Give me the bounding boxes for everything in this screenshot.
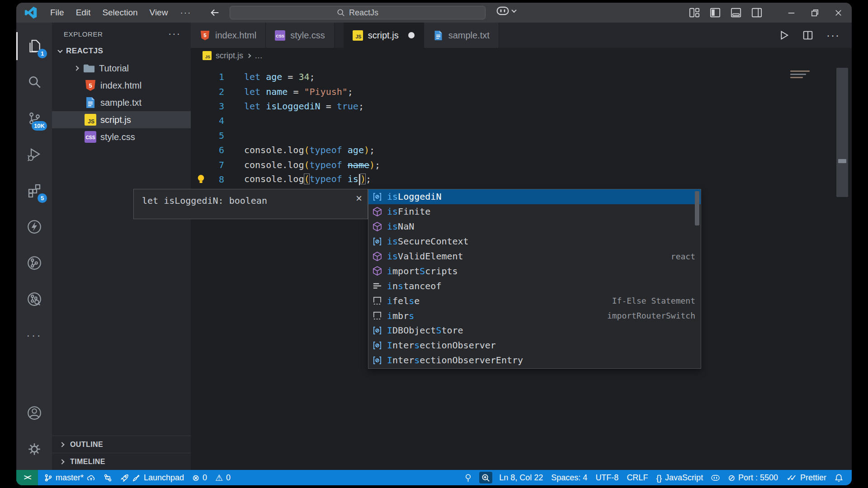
toggle-secondary-sidebar-icon[interactable] bbox=[751, 7, 762, 18]
activity-more[interactable]: ··· bbox=[16, 317, 52, 353]
suggest-item-IntersectionObserver[interactable]: IntersectionObserver bbox=[368, 338, 701, 353]
tab-label: sample.txt bbox=[448, 30, 490, 41]
lightbulb-icon[interactable] bbox=[196, 174, 206, 185]
layout-controls bbox=[689, 3, 762, 23]
activity-git-history[interactable] bbox=[16, 281, 52, 317]
activity-git-graph[interactable] bbox=[16, 245, 52, 281]
status-cursor-position[interactable]: Ln 8, Col 22 bbox=[495, 470, 547, 485]
remote-indicator[interactable]: >< bbox=[16, 470, 38, 485]
status-label: JavaScript bbox=[665, 473, 703, 483]
status-indentation[interactable]: Spaces: 4 bbox=[547, 470, 591, 485]
tree-root-reactjs[interactable]: REACTJS bbox=[52, 42, 191, 60]
status-prettier[interactable]: ✓✓Prettier bbox=[782, 470, 830, 485]
panel-outline[interactable]: OUTLINE bbox=[52, 436, 191, 453]
method-kind-icon bbox=[372, 266, 382, 276]
svg-text:5: 5 bbox=[89, 82, 92, 89]
status-encoding[interactable]: UTF-8 bbox=[591, 470, 623, 485]
activity-run-debug[interactable] bbox=[16, 136, 52, 173]
copilot-menu[interactable] bbox=[496, 6, 516, 15]
suggest-item-isFinite[interactable]: isFinite bbox=[368, 204, 701, 219]
tree-item-script-js[interactable]: JSscript.js bbox=[52, 111, 191, 128]
tree-item-Tutorial[interactable]: Tutorial bbox=[52, 60, 191, 77]
status-notifications[interactable] bbox=[830, 470, 847, 485]
tree-item-label: sample.txt bbox=[100, 98, 142, 108]
tree-item-style-css[interactable]: CSSstyle.css bbox=[52, 128, 191, 145]
suggest-scrollbar[interactable] bbox=[695, 191, 699, 225]
status-eol[interactable]: CRLF bbox=[623, 470, 652, 485]
suggest-details-panel: let isLoggediN: boolean × bbox=[133, 189, 368, 219]
title-bar: FileEditSelectionView ··· ReactJs bbox=[16, 3, 852, 23]
menu-edit[interactable]: Edit bbox=[70, 3, 97, 23]
suggest-item-isLoggediN[interactable]: isLoggediN bbox=[368, 189, 701, 204]
suggest-item-IntersectionObserverEntry[interactable]: IntersectionObserverEntry bbox=[368, 353, 701, 368]
run-code-button[interactable] bbox=[778, 29, 789, 41]
close-icon[interactable]: × bbox=[356, 192, 362, 205]
breadcrumb-symbol[interactable]: … bbox=[255, 51, 263, 61]
menu-file[interactable]: File bbox=[44, 3, 70, 23]
editor-more-button[interactable]: ··· bbox=[826, 33, 840, 37]
menu-more-button[interactable]: ··· bbox=[174, 8, 198, 18]
restore-button[interactable] bbox=[803, 3, 826, 23]
activity-extensions[interactable]: 5 bbox=[16, 173, 52, 209]
code-line: 1let age = 34; bbox=[191, 70, 797, 84]
activity-account[interactable] bbox=[16, 395, 52, 431]
suggest-item-importScripts[interactable]: importScripts bbox=[368, 263, 701, 278]
menu-selection[interactable]: Selection bbox=[96, 3, 143, 23]
activity-search[interactable] bbox=[16, 64, 52, 100]
explorer-more-button[interactable]: ··· bbox=[168, 32, 181, 36]
rocket2-icon bbox=[132, 474, 141, 482]
suggest-item-imbrs[interactable]: imbrsimportRouterSwitch bbox=[368, 308, 701, 323]
activity-source-control[interactable]: 10K bbox=[16, 100, 52, 136]
tab-script-js[interactable]: JSscript.js bbox=[344, 23, 424, 48]
command-center-search[interactable]: ReactJs bbox=[230, 6, 486, 19]
customize-layout-icon[interactable] bbox=[689, 7, 700, 18]
status-git-compare[interactable] bbox=[99, 470, 116, 485]
suggest-label: imbrs bbox=[387, 310, 414, 321]
activity-bar: 110K5··· bbox=[16, 23, 52, 470]
toggle-sidebar-icon[interactable] bbox=[710, 7, 721, 18]
breadcrumb-file[interactable]: script.js bbox=[216, 51, 243, 61]
tab-sample-txt[interactable]: sample.txt bbox=[424, 23, 499, 48]
status-launchpad[interactable]: Launchpad bbox=[116, 470, 188, 485]
code-lines: 1let age = 34;2let name = "Piyush";3let … bbox=[191, 70, 797, 187]
suggest-label: isFinite bbox=[387, 206, 430, 217]
suggest-item-IDBObjectStore[interactable]: IDBObjectStore bbox=[368, 323, 701, 338]
variable-kind-icon bbox=[372, 236, 382, 247]
back-arrow-icon[interactable] bbox=[209, 7, 220, 18]
status-label: 0 bbox=[203, 473, 207, 483]
status-zoom-indicator[interactable] bbox=[479, 472, 492, 483]
js-file-icon: JS bbox=[353, 30, 363, 41]
minimap[interactable] bbox=[790, 70, 813, 80]
suggest-item-isSecureContext[interactable]: isSecureContext bbox=[368, 234, 701, 249]
suggest-item-instanceof[interactable]: instanceof bbox=[368, 278, 701, 293]
status-warnings[interactable]: ⚠0 bbox=[211, 470, 235, 485]
status-copilot-status[interactable] bbox=[707, 470, 724, 485]
activity-settings[interactable] bbox=[16, 431, 52, 467]
close-button[interactable] bbox=[826, 3, 850, 23]
editor-scrollbar[interactable] bbox=[836, 68, 848, 197]
code-line: 8console.log(typeof is); bbox=[191, 172, 797, 187]
split-editor-button[interactable] bbox=[802, 29, 814, 41]
status-language-mode[interactable]: {}JavaScript bbox=[652, 470, 707, 485]
suggest-item-isNaN[interactable]: isNaN bbox=[368, 219, 701, 234]
tab-index-html[interactable]: 5index.html bbox=[191, 23, 266, 48]
tree-item-index-html[interactable]: 5index.html bbox=[52, 77, 191, 94]
panel-timeline[interactable]: TIMELINE bbox=[52, 453, 191, 470]
status-git-branch[interactable]: master* bbox=[40, 470, 99, 485]
variable-kind-icon bbox=[372, 355, 382, 366]
suggest-item-ifelse[interactable]: ifelseIf-Else Statement bbox=[368, 293, 701, 308]
tab-style-css[interactable]: CSSstyle.css bbox=[266, 23, 335, 48]
tree-item-sample-txt[interactable]: sample.txt bbox=[52, 94, 191, 111]
activity-thunder-client[interactable] bbox=[16, 209, 52, 245]
activity-explorer[interactable]: 1 bbox=[16, 28, 52, 64]
suggest-item-isValidElement[interactable]: isValidElementreact bbox=[368, 249, 701, 264]
toggle-panel-icon[interactable] bbox=[731, 7, 741, 18]
lightning-icon bbox=[27, 219, 42, 235]
menu-view[interactable]: View bbox=[144, 3, 174, 23]
status-plug-indicator[interactable] bbox=[460, 470, 476, 485]
status-live-server-port[interactable]: ⊘Port : 5500 bbox=[724, 470, 782, 485]
status-errors[interactable]: ⊗0 bbox=[188, 470, 211, 485]
compare-icon bbox=[104, 474, 112, 482]
search-value: ReactJs bbox=[349, 8, 378, 18]
minimize-button[interactable] bbox=[779, 3, 803, 23]
